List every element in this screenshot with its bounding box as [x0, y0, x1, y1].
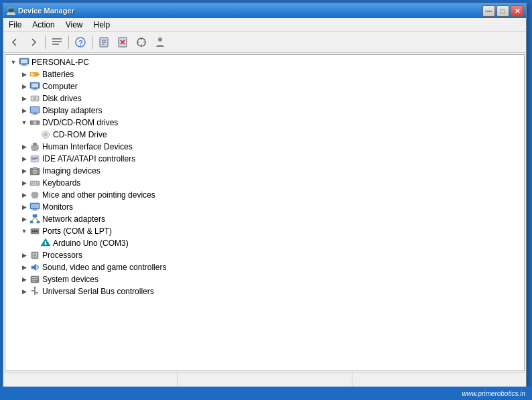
svg-rect-1 [52, 41, 62, 42]
help-button[interactable]: ? [72, 34, 89, 51]
disk-expander[interactable]: ▶ [19, 93, 29, 104]
svg-rect-45 [33, 182, 34, 184]
svg-rect-27 [31, 115, 38, 115]
title-bar-buttons: — □ ✕ [482, 5, 523, 17]
device-properties-button[interactable] [151, 34, 169, 51]
tree-cdrom[interactable]: ▶ CD-ROM Drive [7, 129, 523, 141]
menu-help[interactable]: Help [88, 19, 116, 31]
tree-display-adapters[interactable]: ▶ Display adapters [7, 105, 523, 117]
root-expander[interactable]: ▼ [8, 57, 19, 68]
svg-rect-48 [31, 184, 38, 185]
svg-rect-26 [33, 113, 37, 115]
battery-icon [29, 69, 40, 80]
svg-point-33 [45, 134, 46, 135]
tree-network[interactable]: ▶ Network adapters [7, 213, 523, 225]
properties-button[interactable] [48, 34, 66, 51]
monitors-expander[interactable]: ▶ [19, 202, 29, 212]
sound-expander[interactable]: ▶ [19, 262, 29, 273]
tree-root[interactable]: ▼ PERSONAL-PC [7, 56, 523, 68]
computer-expander[interactable]: ▶ [19, 81, 29, 92]
device-manager-window: 💻 Device Manager — □ ✕ File Action View … [3, 3, 527, 388]
back-button[interactable] [6, 34, 23, 51]
window-title: Device Manager [18, 7, 74, 15]
menu-bar: File Action View Help [3, 18, 526, 31]
svg-rect-53 [31, 210, 38, 211]
ide-expander[interactable]: ▶ [19, 153, 29, 164]
svg-text:?: ? [78, 39, 83, 47]
svg-point-30 [34, 122, 36, 123]
svg-line-58 [35, 217, 38, 221]
imaging-expander[interactable]: ▶ [19, 165, 29, 176]
scan-hardware-button[interactable] [133, 34, 150, 51]
ide-label: IDE ATA/ATAPI controllers [42, 154, 135, 163]
usb-expander[interactable]: ▶ [19, 286, 29, 297]
dvd-drives-label: DVD/CD-ROM drives [42, 118, 118, 127]
ports-icon [29, 226, 40, 237]
system-expander[interactable]: ▶ [19, 274, 29, 285]
update-driver-button[interactable] [95, 34, 113, 51]
svg-rect-18 [33, 88, 37, 90]
keyboards-expander[interactable]: ▶ [19, 178, 29, 188]
tree-dvd-drives[interactable]: ▼ DVD/CD-ROM drives [7, 117, 523, 129]
uninstall-button[interactable] [114, 34, 131, 51]
svg-rect-65 [45, 241, 46, 243]
toolbar-sep-3 [92, 36, 92, 49]
tree-batteries[interactable]: ▶ Batteries [7, 68, 523, 80]
tree-sound[interactable]: ▶ Sound, video and game controllers [7, 261, 523, 273]
display-expander[interactable]: ▶ [19, 105, 29, 116]
system-icon [29, 274, 40, 285]
svg-point-42 [34, 171, 36, 173]
svg-rect-15 [31, 73, 34, 76]
disk-drives-label: Disk drives [42, 94, 82, 103]
tree-hid[interactable]: ▶ Human Interface Devices [7, 141, 523, 153]
computer-device-icon [29, 81, 40, 92]
tree-mice[interactable]: ▶ Mice and other pointing devices [7, 189, 523, 201]
keyboard-icon [29, 178, 40, 188]
tree-monitors[interactable]: ▶ Monitors [7, 201, 523, 213]
ide-icon [29, 153, 40, 164]
tree-system[interactable]: ▶ System devices [7, 273, 523, 285]
svg-rect-43 [30, 181, 40, 186]
svg-point-62 [36, 230, 38, 232]
tree-keyboards[interactable]: ▶ Keyboards [7, 177, 523, 189]
menu-view[interactable]: View [60, 19, 88, 31]
batteries-expander[interactable]: ▶ [19, 69, 29, 80]
arduino-label: Arduino Uno (COM3) [53, 239, 129, 248]
processors-expander[interactable]: ▶ [19, 250, 29, 261]
computer-icon [19, 57, 29, 68]
tree-ide[interactable]: ▶ IDE ATA/ATAPI controllers [7, 153, 523, 165]
menu-action[interactable]: Action [27, 19, 60, 31]
svg-rect-34 [33, 143, 37, 145]
svg-line-57 [31, 217, 35, 221]
imaging-label: Imaging devices [42, 166, 101, 176]
tree-ports[interactable]: ▼ Ports (COM & LPT) [7, 225, 523, 237]
network-expander[interactable]: ▶ [19, 214, 29, 224]
ports-label: Ports (COM & LPT) [42, 226, 112, 236]
svg-rect-70 [32, 277, 38, 278]
svg-rect-75 [31, 290, 34, 291]
mice-expander[interactable]: ▶ [19, 190, 29, 200]
tree-processors[interactable]: ▶ Processors [7, 249, 523, 261]
close-button[interactable]: ✕ [511, 5, 523, 17]
tree-computer[interactable]: ▶ Computer [7, 80, 523, 92]
minimize-button[interactable]: — [482, 5, 495, 17]
svg-rect-12 [21, 66, 27, 66]
monitor-icon [29, 202, 40, 212]
device-tree[interactable]: ▼ PERSONAL-PC ▶ [5, 54, 525, 371]
processor-icon [29, 250, 40, 261]
tree-arduino[interactable]: ▶ Arduino Uno (COM3) [7, 237, 523, 249]
main-content: ▼ PERSONAL-PC ▶ [3, 53, 526, 373]
svg-rect-44 [31, 182, 32, 184]
dvd-expander[interactable]: ▼ [19, 117, 29, 128]
monitors-label: Monitors [42, 202, 73, 212]
toolbar-sep-2 [68, 36, 69, 49]
tree-imaging[interactable]: ▶ Imaging devices [7, 165, 523, 177]
hid-expander[interactable]: ▶ [19, 141, 29, 152]
svg-rect-47 [37, 182, 38, 184]
tree-disk-drives[interactable]: ▶ Disk drives [7, 92, 523, 105]
forward-button[interactable] [25, 34, 42, 51]
maximize-button[interactable]: □ [496, 5, 509, 17]
ports-expander[interactable]: ▼ [19, 226, 29, 237]
tree-usb[interactable]: ▶ Universal Serial Bus controllers [7, 285, 523, 297]
menu-file[interactable]: File [3, 19, 27, 31]
